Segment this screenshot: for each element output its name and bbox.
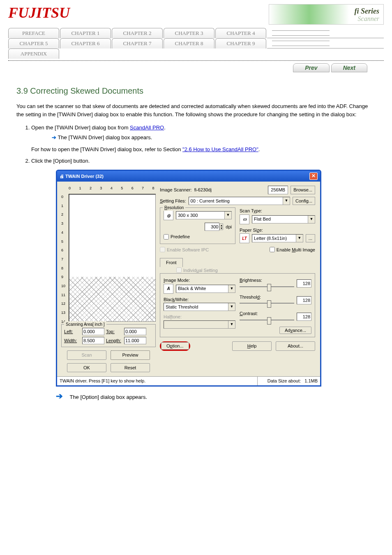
brightness-slider[interactable] <box>240 284 294 290</box>
enable-ipc-checkbox: Enable Software IPC <box>160 246 209 253</box>
contrast-slider[interactable] <box>240 317 294 324</box>
step-2: Click the [Option] button. 🖨 TWAIN Drive… <box>31 157 376 402</box>
out-of-page-area <box>69 277 155 321</box>
paper-size-combo[interactable]: Letter (8.5x11in)▼ <box>252 234 303 242</box>
left-input[interactable] <box>82 328 104 335</box>
image-scanner-value: fi-6230dj <box>194 187 212 193</box>
twain-window: 🖨 TWAIN Driver (32) ✕ 0 1 2 3 4 <box>56 170 321 387</box>
threshold-slider[interactable] <box>240 300 294 307</box>
threshold-input[interactable] <box>297 296 311 304</box>
preview-canvas[interactable] <box>69 194 156 322</box>
contrast-input[interactable] <box>297 313 311 321</box>
brightness-input[interactable] <box>297 279 311 288</box>
contrast-label: Contrast: <box>240 311 258 316</box>
advance-button[interactable]: Advance... <box>279 327 311 334</box>
enable-multi-checkbox[interactable]: Enable Multi Image <box>270 246 315 253</box>
brightness-label: Brightness: <box>240 278 262 283</box>
step-2-result-text: The [Option] dialog box appears. <box>69 394 147 400</box>
individual-checkbox: Individual Setting <box>176 267 315 274</box>
tab-appendix[interactable]: APPENDIX <box>8 48 59 59</box>
scan-type-combo[interactable]: Flat Bed▼ <box>252 215 315 223</box>
close-icon[interactable]: ✕ <box>309 173 318 180</box>
step-1: Open the [TWAIN Driver] dialog box from … <box>31 124 376 154</box>
scan-button: Scan <box>67 350 106 360</box>
image-mode-label: Image Mode: <box>164 278 190 283</box>
config-button[interactable]: Config... <box>293 197 315 205</box>
twain-dialog-screenshot: 🖨 TWAIN Driver (32) ✕ 0 1 2 3 4 <box>56 170 376 387</box>
scanning-area-legend: Scanning Area[ inch ] <box>64 321 106 327</box>
tab-chapter9[interactable]: CHAPTER 9 <box>215 38 266 48</box>
ok-button[interactable]: OK <box>67 363 106 373</box>
tab-preface[interactable]: PREFACE <box>8 28 59 38</box>
arrow-icon: ➔ <box>56 390 68 402</box>
tab-chapter6[interactable]: CHAPTER 6 <box>60 38 111 48</box>
tab-chapter8[interactable]: CHAPTER 8 <box>164 38 214 48</box>
preview-button[interactable]: Preview <box>111 350 150 360</box>
reset-button[interactable]: Reset <box>111 363 150 373</box>
bw-combo[interactable]: Static Threshold▼ <box>164 303 235 311</box>
image-mode-combo[interactable]: Black & White▼ <box>176 285 235 293</box>
scandall-link[interactable]: ScandAll PRO <box>130 124 164 131</box>
setting-files-combo[interactable]: 00 : Current Setting▼ <box>189 197 290 205</box>
top-label: Top: <box>106 328 122 335</box>
resolution-combo[interactable]: 300 x 300▼ <box>176 211 232 219</box>
dpi-spinner[interactable]: ▲▼ <box>205 223 223 231</box>
window-title: 🖨 TWAIN Driver (32) <box>60 173 104 180</box>
resolution-group: Resolution ◎ 300 x 300▼ <box>160 207 235 244</box>
section-link[interactable]: "2.6 How to Use ScandAll PRO" <box>182 146 258 152</box>
step-1-arrow: ➔ The [TWAIN Driver] dialog box appears. <box>52 134 376 142</box>
help-button[interactable]: Help <box>232 341 272 351</box>
tab-chapter3[interactable]: CHAPTER 3 <box>164 28 214 38</box>
step-2-text: Click the [Option] button. <box>31 158 90 164</box>
step-2-result: ➔ The [Option] dialog box appears. <box>56 390 376 402</box>
step-1-post: . <box>164 124 166 131</box>
width-input[interactable] <box>82 337 104 344</box>
step-1-arrow-text: The [TWAIN Driver] dialog box appears. <box>58 134 152 140</box>
status-bar: TWAIN driver. Press [F1] key to show hel… <box>57 376 320 385</box>
front-tab[interactable]: Front <box>160 258 183 267</box>
prev-button[interactable]: Prev <box>293 63 329 72</box>
chevron-down-icon: ▼ <box>283 197 290 205</box>
left-panel: 0 1 2 3 4 5 6 7 8 <box>60 184 157 374</box>
paper-size-more-button[interactable]: ... <box>306 234 315 243</box>
memory-display: 256MB <box>268 186 288 194</box>
fujitsu-logo: FUJITSU <box>8 4 70 21</box>
steps-list: Open the [TWAIN Driver] dialog box from … <box>16 124 376 402</box>
main-content: 3.9 Correcting Skewed Documents You can … <box>0 72 392 412</box>
banner-title: fi Series <box>355 7 380 16</box>
browse-button[interactable]: Browse... <box>291 186 315 194</box>
bw-label: Black/White: <box>164 297 189 302</box>
paper-size-icon: LT <box>240 233 249 243</box>
chapter-tabs: PREFACE CHAPTER 1 CHAPTER 2 CHAPTER 3 CH… <box>8 28 384 59</box>
length-input[interactable] <box>124 337 146 344</box>
setting-files-label: Setting Files: <box>160 198 186 205</box>
status-data-size: Data Size about: 1.1MB <box>258 377 320 385</box>
right-panel: Image Scanner: fi-6230dj 256MB Browse...… <box>157 184 318 374</box>
image-scanner-label: Image Scanner: <box>160 187 192 193</box>
next-button[interactable]: Next <box>331 63 367 72</box>
scan-type-label: Scan Type: <box>240 208 262 213</box>
tab-chapter4[interactable]: CHAPTER 4 <box>215 28 266 38</box>
flatbed-icon: ▭ <box>240 214 249 224</box>
header: FUJITSU fi Series Scanner <box>0 0 392 25</box>
nav-buttons: Prev Next <box>0 61 392 72</box>
tab-chapter1[interactable]: CHAPTER 1 <box>60 28 111 38</box>
resolution-icon: ◎ <box>164 210 173 220</box>
option-highlight: Option... <box>160 341 190 351</box>
top-input[interactable] <box>124 328 146 335</box>
tab-chapter7[interactable]: CHAPTER 7 <box>112 38 163 48</box>
paper-size-label: Paper Size: <box>240 228 263 233</box>
tab-chapter2[interactable]: CHAPTER 2 <box>112 28 163 38</box>
tab-side-lines-2 <box>267 38 384 48</box>
about-button[interactable]: About... <box>276 341 315 351</box>
tab-chapter5[interactable]: CHAPTER 5 <box>8 38 59 48</box>
ruler-horizontal: 0 1 2 3 4 5 6 7 8 <box>69 186 156 194</box>
predefine-checkbox[interactable]: Predefine <box>164 233 232 240</box>
left-label: Left: <box>64 328 81 335</box>
arrow-icon: ➔ <box>52 134 56 140</box>
option-button[interactable]: Option... <box>161 342 189 350</box>
image-mode-icon: A <box>164 284 173 294</box>
threshold-label: Threshold: <box>240 295 261 299</box>
resolution-legend: Resolution <box>163 205 185 211</box>
length-label: Length: <box>106 337 122 344</box>
